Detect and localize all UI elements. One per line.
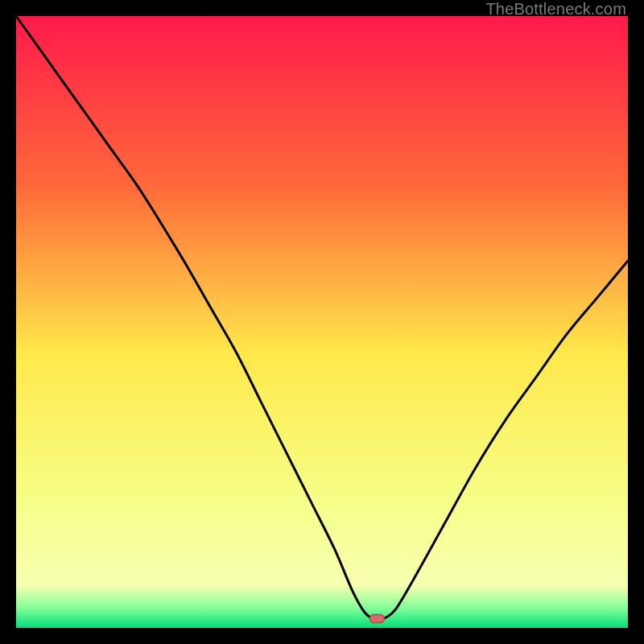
plot-area (16, 16, 628, 628)
optimal-point-marker (369, 615, 384, 623)
watermark-text: TheBottleneck.com (485, 0, 626, 19)
chart-frame: TheBottleneck.com (0, 0, 644, 644)
gradient-background (16, 16, 628, 628)
chart-svg (16, 16, 628, 628)
